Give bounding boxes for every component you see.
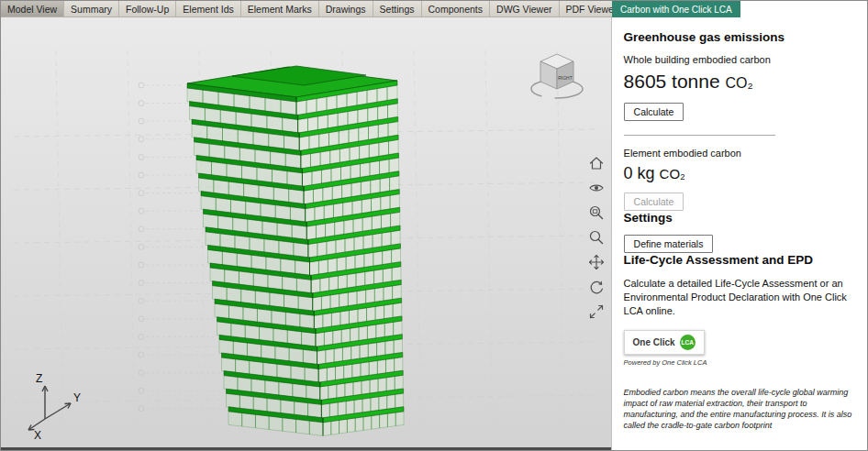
panel-divider [624,135,775,136]
tab-element-ids[interactable]: Element Ids [176,1,240,16]
rotate-icon [588,279,605,295]
settings-heading: Settings [624,211,855,225]
fit-arrows-icon [588,303,605,320]
whole-building-label: Whole building embodied carbon [624,54,855,65]
nav-cube[interactable]: RIGHT [523,50,591,104]
fit-to-view-button[interactable] [588,303,605,320]
eye-icon [588,180,605,196]
calculate-whole-building-button[interactable]: Calculate [624,103,684,121]
whole-building-number: 8605 tonne [624,71,720,92]
tab-carbon-one-click-lca[interactable]: Carbon with One Click LCA [612,1,740,17]
zoom-window-icon [588,204,605,221]
co2-unit: CO₂ [726,75,753,91]
tab-drawings[interactable]: Drawings [319,1,373,16]
zoom-button[interactable] [588,229,605,246]
tab-element-marks[interactable]: Element Marks [241,1,319,16]
axis-y-label: Y [73,391,81,404]
cube-icon[interactable]: RIGHT [540,54,573,89]
home-icon [588,155,605,171]
tab-dwg-viewer[interactable]: DWG Viewer [490,1,559,16]
application-window: Model View Summary Follow-Up Element Ids… [0,0,868,451]
tab-components[interactable]: Components [422,1,491,16]
element-carbon-value: 0 kg CO₂ [624,164,855,183]
view-tabs: Model View Summary Follow-Up Element Ids… [1,1,612,17]
model-viewer[interactable]: RIGHT [1,17,611,451]
define-materials-button[interactable]: Define materials [624,235,714,253]
one-click-lca-button[interactable]: One Click LCA [624,330,705,355]
visibility-button[interactable] [588,180,605,196]
rotate-button[interactable] [588,279,605,295]
axis-triad: Z Y X [17,369,93,441]
element-carbon-label: Element embodied carbon [624,148,855,159]
element-number: 0 kg [624,164,655,182]
tab-follow-up[interactable]: Follow-Up [119,1,176,16]
lca-heading: Life-Cycle Assessment and EPD [624,253,855,267]
building-model[interactable] [187,66,404,435]
whole-building-value: 8605 tonne CO₂ [624,71,855,93]
calculate-element-button[interactable]: Calculate [624,192,684,211]
powered-by-label: Powered by One Click LCA [624,358,855,367]
home-view-button[interactable] [588,155,605,171]
tabbar-filler [740,1,867,17]
axis-z-label: Z [36,372,42,385]
viewer-bottom-strip [1,447,611,451]
nav-cube-face-label: RIGHT [558,75,573,81]
tab-bar: Model View Summary Follow-Up Element Ids… [1,1,867,17]
tab-settings[interactable]: Settings [373,1,422,16]
zoom-window-button[interactable] [588,204,605,221]
lca-side-panel: Greenhouse gas emissions Whole building … [611,17,867,451]
tab-summary[interactable]: Summary [64,1,119,16]
lca-logo-icon: LCA [680,335,696,350]
axis-x-label: X [34,429,41,441]
tab-model-view[interactable]: Model View [1,1,64,16]
magnifier-icon [588,229,605,246]
lca-description: Calculate a detailed Life-Cycle Assessme… [624,277,853,318]
ghg-heading: Greenhouse gas emissions [624,30,855,44]
one-click-label: One Click [633,337,675,347]
pan-button[interactable] [588,254,605,270]
viewer-toolbar [588,155,605,320]
embodied-carbon-disclaimer: Embodied carbon means the overall life-c… [624,387,855,432]
element-co2-unit: CO₂ [660,166,685,182]
pan-arrows-icon [588,254,605,270]
